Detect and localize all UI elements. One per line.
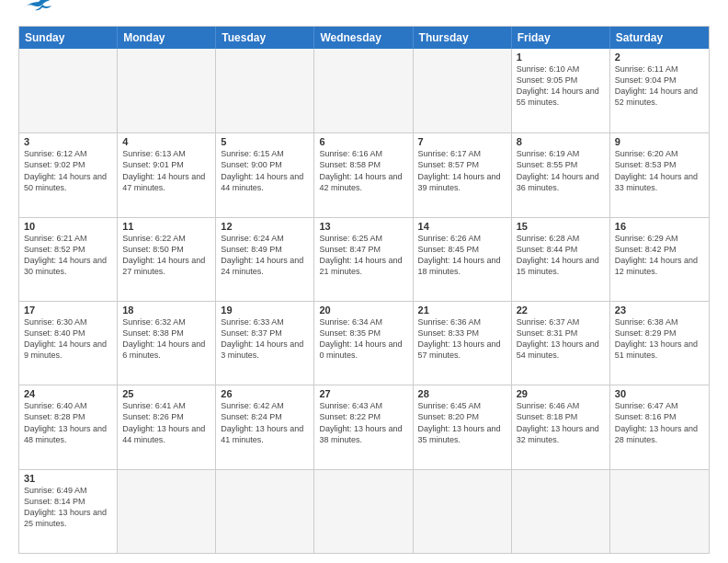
cal-header-sunday: Sunday: [19, 27, 118, 49]
logo-bird-icon: [22, 0, 55, 18]
cal-week-3: 10Sunrise: 6:21 AM Sunset: 8:52 PM Dayli…: [19, 217, 709, 301]
cal-cell: [314, 49, 413, 132]
day-number: 16: [615, 221, 704, 232]
cell-info: Sunrise: 6:26 AM Sunset: 8:45 PM Dayligh…: [418, 233, 506, 278]
cal-cell: 20Sunrise: 6:34 AM Sunset: 8:35 PM Dayli…: [314, 302, 413, 385]
day-number: 9: [615, 136, 704, 147]
day-number: 15: [517, 221, 605, 232]
cell-info: Sunrise: 6:36 AM Sunset: 8:33 PM Dayligh…: [418, 316, 506, 362]
day-number: 28: [418, 388, 506, 399]
cell-info: Sunrise: 6:16 AM Sunset: 8:58 PM Dayligh…: [319, 148, 407, 193]
cal-week-5: 24Sunrise: 6:40 AM Sunset: 8:28 PM Dayli…: [19, 385, 709, 468]
day-number: 1: [517, 52, 605, 63]
cal-cell: 28Sunrise: 6:45 AM Sunset: 8:20 PM Dayli…: [414, 385, 512, 468]
cell-info: Sunrise: 6:22 AM Sunset: 8:50 PM Dayligh…: [122, 233, 210, 278]
day-number: 27: [319, 388, 407, 399]
cell-info: Sunrise: 6:46 AM Sunset: 8:18 PM Dayligh…: [517, 400, 605, 445]
cal-cell: 17Sunrise: 6:30 AM Sunset: 8:40 PM Dayli…: [19, 302, 118, 385]
cell-info: Sunrise: 6:42 AM Sunset: 8:24 PM Dayligh…: [221, 400, 309, 445]
day-number: 22: [517, 304, 605, 316]
day-number: 10: [24, 221, 112, 232]
day-number: 19: [221, 304, 309, 316]
cal-cell: 4Sunrise: 6:13 AM Sunset: 9:01 PM Daylig…: [118, 133, 216, 216]
day-number: 20: [319, 304, 407, 316]
cal-cell: 8Sunrise: 6:19 AM Sunset: 8:55 PM Daylig…: [512, 133, 610, 216]
cal-cell: 19Sunrise: 6:33 AM Sunset: 8:37 PM Dayli…: [216, 302, 314, 385]
cal-cell: [414, 470, 512, 553]
cell-info: Sunrise: 6:49 AM Sunset: 8:14 PM Dayligh…: [24, 485, 112, 530]
day-number: 23: [615, 304, 704, 316]
day-number: 11: [122, 221, 210, 232]
day-number: 25: [122, 388, 210, 399]
cal-header-tuesday: Tuesday: [216, 27, 314, 49]
cal-cell: [118, 49, 216, 132]
cal-cell: 29Sunrise: 6:46 AM Sunset: 8:18 PM Dayli…: [512, 385, 610, 468]
day-number: 2: [615, 52, 704, 63]
day-number: 21: [418, 304, 506, 316]
cell-info: Sunrise: 6:33 AM Sunset: 8:37 PM Dayligh…: [221, 316, 309, 362]
cell-info: Sunrise: 6:30 AM Sunset: 8:40 PM Dayligh…: [24, 316, 112, 362]
cal-cell: [216, 49, 314, 132]
cal-cell: 12Sunrise: 6:24 AM Sunset: 8:49 PM Dayli…: [216, 218, 314, 301]
cell-info: Sunrise: 6:20 AM Sunset: 8:53 PM Dayligh…: [615, 148, 704, 193]
cal-week-2: 3Sunrise: 6:12 AM Sunset: 9:02 PM Daylig…: [19, 132, 709, 216]
cell-info: Sunrise: 6:15 AM Sunset: 9:00 PM Dayligh…: [221, 148, 309, 193]
cell-info: Sunrise: 6:13 AM Sunset: 9:01 PM Dayligh…: [122, 148, 210, 193]
cell-info: Sunrise: 6:25 AM Sunset: 8:47 PM Dayligh…: [319, 233, 407, 278]
calendar-body: 1Sunrise: 6:10 AM Sunset: 9:05 PM Daylig…: [19, 49, 709, 553]
cell-info: Sunrise: 6:28 AM Sunset: 8:44 PM Dayligh…: [517, 233, 605, 278]
cal-cell: 21Sunrise: 6:36 AM Sunset: 8:33 PM Dayli…: [414, 302, 512, 385]
cal-cell: 7Sunrise: 6:17 AM Sunset: 8:57 PM Daylig…: [414, 133, 512, 216]
cal-cell: 18Sunrise: 6:32 AM Sunset: 8:38 PM Dayli…: [118, 302, 216, 385]
day-number: 17: [24, 304, 112, 316]
cal-cell: 23Sunrise: 6:38 AM Sunset: 8:29 PM Dayli…: [610, 302, 709, 385]
cell-info: Sunrise: 6:37 AM Sunset: 8:31 PM Dayligh…: [517, 316, 605, 362]
cal-cell: [414, 49, 512, 132]
cell-info: Sunrise: 6:21 AM Sunset: 8:52 PM Dayligh…: [24, 233, 112, 278]
cal-cell: [216, 470, 314, 553]
cell-info: Sunrise: 6:41 AM Sunset: 8:26 PM Dayligh…: [122, 400, 210, 445]
day-number: 31: [24, 473, 112, 484]
day-number: 14: [418, 221, 506, 232]
day-number: 12: [221, 221, 309, 232]
day-number: 5: [221, 136, 309, 147]
cell-info: Sunrise: 6:43 AM Sunset: 8:22 PM Dayligh…: [319, 400, 407, 445]
cal-cell: 6Sunrise: 6:16 AM Sunset: 8:58 PM Daylig…: [314, 133, 413, 216]
day-number: 26: [221, 388, 309, 399]
day-number: 18: [122, 304, 210, 316]
cal-cell: 14Sunrise: 6:26 AM Sunset: 8:45 PM Dayli…: [414, 218, 512, 301]
cal-cell: [118, 470, 216, 553]
cal-cell: [610, 470, 709, 553]
cell-info: Sunrise: 6:47 AM Sunset: 8:16 PM Dayligh…: [615, 400, 704, 445]
page: SundayMondayTuesdayWednesdayThursdayFrid…: [0, 0, 728, 563]
cell-info: Sunrise: 6:38 AM Sunset: 8:29 PM Dayligh…: [615, 316, 704, 362]
day-number: 29: [517, 388, 605, 399]
day-number: 30: [615, 388, 704, 399]
cell-info: Sunrise: 6:32 AM Sunset: 8:38 PM Dayligh…: [122, 316, 210, 362]
cell-info: Sunrise: 6:11 AM Sunset: 9:04 PM Dayligh…: [615, 63, 704, 109]
cal-week-6: 31Sunrise: 6:49 AM Sunset: 8:14 PM Dayli…: [19, 469, 709, 553]
day-number: 8: [517, 136, 605, 147]
cal-cell: 24Sunrise: 6:40 AM Sunset: 8:28 PM Dayli…: [19, 385, 118, 468]
cal-cell: 5Sunrise: 6:15 AM Sunset: 9:00 PM Daylig…: [216, 133, 314, 216]
cell-info: Sunrise: 6:19 AM Sunset: 8:55 PM Dayligh…: [517, 148, 605, 193]
cell-info: Sunrise: 6:24 AM Sunset: 8:49 PM Dayligh…: [221, 233, 309, 278]
day-number: 4: [122, 136, 210, 147]
day-number: 3: [24, 136, 112, 147]
cal-cell: 3Sunrise: 6:12 AM Sunset: 9:02 PM Daylig…: [19, 133, 118, 216]
cal-header-monday: Monday: [118, 27, 216, 49]
cal-cell: 15Sunrise: 6:28 AM Sunset: 8:44 PM Dayli…: [512, 218, 610, 301]
cal-cell: [512, 470, 610, 553]
cell-info: Sunrise: 6:29 AM Sunset: 8:42 PM Dayligh…: [615, 233, 704, 278]
calendar: SundayMondayTuesdayWednesdayThursdayFrid…: [18, 26, 710, 554]
cal-header-wednesday: Wednesday: [314, 27, 413, 49]
cal-cell: 10Sunrise: 6:21 AM Sunset: 8:52 PM Dayli…: [19, 218, 118, 301]
cal-header-thursday: Thursday: [414, 27, 512, 49]
cal-cell: 1Sunrise: 6:10 AM Sunset: 9:05 PM Daylig…: [512, 49, 610, 132]
calendar-header-row: SundayMondayTuesdayWednesdayThursdayFrid…: [19, 27, 709, 49]
cal-cell: [314, 470, 413, 553]
day-number: 6: [319, 136, 407, 147]
cal-cell: 22Sunrise: 6:37 AM Sunset: 8:31 PM Dayli…: [512, 302, 610, 385]
cal-cell: 13Sunrise: 6:25 AM Sunset: 8:47 PM Dayli…: [314, 218, 413, 301]
cal-cell: 9Sunrise: 6:20 AM Sunset: 8:53 PM Daylig…: [610, 133, 709, 216]
